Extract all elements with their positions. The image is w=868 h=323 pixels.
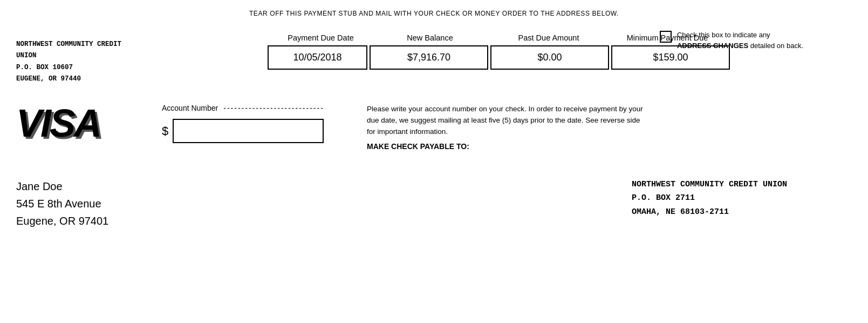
- make-check-label: MAKE CHECK PAYABLE TO:: [367, 142, 852, 151]
- cu-address: NORTHWEST COMMUNITY CREDIT UNION P.O. BO…: [16, 33, 146, 85]
- new-balance-label: New Balance: [371, 33, 489, 42]
- payable-line2: P.O. BOX 2711: [632, 191, 787, 205]
- payable-to-address: NORTHWEST COMMUNITY CREDIT UNION P.O. BO…: [632, 178, 852, 219]
- payment-values-row: 10/05/2018 $7,916.70 $0.00 $159.00: [146, 45, 852, 70]
- account-payment-area: Account Number -------------------------…: [146, 101, 351, 151]
- past-due-label: Past Due Amount: [489, 33, 608, 42]
- payable-line1: NORTHWEST COMMUNITY CREDIT UNION: [632, 178, 787, 192]
- payment-info-grid: Payment Due Date New Balance Past Due Am…: [146, 33, 852, 85]
- min-payment-value: $159.00: [611, 45, 730, 70]
- middle-section: NORTHWEST COMMUNITY CREDIT UNION P.O. BO…: [0, 23, 868, 85]
- min-payment-label: Minimum Payment Due: [608, 33, 727, 42]
- visa-logo: VISA: [16, 104, 100, 143]
- account-number-row: Account Number -------------------------…: [162, 104, 351, 112]
- customer-address-section: Jane Doe 545 E 8th Avenue Eugene, OR 974…: [0, 162, 868, 240]
- payable-line3: OMAHA, NE 68103-2711: [632, 205, 787, 219]
- customer-street: 545 E 8th Avenue: [16, 195, 108, 212]
- visa-area: VISA: [16, 101, 146, 151]
- payment-amount-input[interactable]: [173, 119, 324, 143]
- payment-stub: TEAR OFF THIS PAYMENT STUB AND MAIL WITH…: [0, 0, 868, 323]
- account-dashes: ----------------------------: [223, 104, 324, 112]
- due-date-label: Payment Due Date: [271, 33, 371, 42]
- instructions-area: Please write your account number on your…: [351, 101, 852, 151]
- payment-amount-row: $: [162, 119, 351, 143]
- customer-city-state: Eugene, OR 97401: [16, 212, 108, 230]
- customer-name: Jane Doe: [16, 178, 108, 195]
- customer-address: Jane Doe 545 E 8th Avenue Eugene, OR 974…: [16, 178, 108, 230]
- bottom-section: VISA Account Number --------------------…: [0, 88, 868, 162]
- instructions-text: Please write your account number on your…: [367, 104, 647, 138]
- payment-labels-row: Payment Due Date New Balance Past Due Am…: [146, 33, 852, 42]
- account-number-label: Account Number: [162, 104, 218, 112]
- new-balance-value: $7,916.70: [370, 45, 488, 70]
- due-date-value: 10/05/2018: [268, 45, 367, 70]
- dollar-sign: $: [162, 124, 168, 138]
- top-instruction: TEAR OFF THIS PAYMENT STUB AND MAIL WITH…: [0, 0, 868, 23]
- past-due-value: $0.00: [490, 45, 609, 70]
